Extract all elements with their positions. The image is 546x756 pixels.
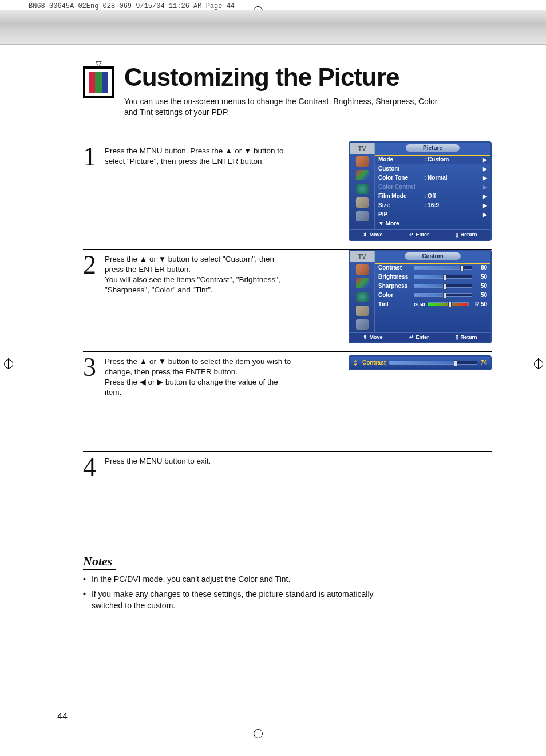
slider-value: 74 [481, 359, 487, 366]
note-item: If you make any changes to these setting… [83, 588, 403, 612]
osd-slider-row: Brightness50 [375, 272, 490, 282]
osd-menu-row: PIP▶ [375, 210, 490, 219]
osd-side-icon [356, 306, 369, 316]
osd-menu-row: Size: 16:9▶ [375, 201, 490, 210]
osd-title: Custom [405, 252, 460, 260]
step-text: Press the ▲ or ▼ button to select "Custo… [105, 253, 294, 343]
osd-hint-return: ▯ Return [456, 232, 477, 238]
step-number: 3 [83, 355, 99, 443]
osd-menu-row: Custom▶ [375, 164, 490, 173]
osd-hint-enter: ↵ Enter [409, 334, 429, 340]
osd-menu-row: Color Tone: Normal▶ [375, 173, 490, 183]
osd-menu-row: ▼ More [375, 219, 490, 228]
osd-hint-enter: ↵ Enter [409, 232, 429, 238]
osd-single-slider: ▲▼ Contrast 74 [349, 355, 492, 370]
osd-picture-menu: TV Picture Mode: Custom▶Custom▶Color Ton… [349, 141, 492, 241]
notes-heading: Notes [83, 554, 116, 570]
page-number: 44 [57, 711, 68, 722]
osd-tv-label: TV [350, 251, 375, 262]
osd-slider-row: Color50 [375, 291, 490, 300]
osd-side-icon [356, 278, 369, 288]
osd-hint-move: ⇕ Move [363, 334, 382, 340]
osd-hint-move: ⇕ Move [363, 232, 382, 238]
osd-menu-row: Color Control▶ [375, 183, 490, 192]
osd-side-icon [356, 211, 369, 221]
step-text: Press the MENU button. Press the ▲ or ▼ … [105, 145, 294, 241]
osd-slider-row: Contrast80 [375, 263, 490, 272]
osd-title: Picture [406, 144, 460, 152]
step-text: Press the ▲ or ▼ button to select the it… [105, 355, 294, 443]
slider-label: Contrast [362, 359, 386, 366]
tv-icon: ▽ [83, 66, 114, 98]
osd-slider-row: Sharpness50 [375, 282, 490, 291]
osd-tint-row: TintG 50R 50 [375, 300, 490, 309]
osd-menu-row: Film Mode: Off▶ [375, 192, 490, 201]
osd-side-icon [356, 184, 369, 194]
note-item: In the PC/DVI mode, you can't adjust the… [83, 573, 403, 585]
osd-side-icon [356, 264, 369, 275]
step-number: 2 [83, 253, 99, 343]
decorative-band [0, 10, 546, 45]
osd-hint-return: ▯ Return [456, 334, 477, 340]
osd-side-icon [356, 170, 369, 180]
intro-text: You can use the on-screen menus to chang… [124, 96, 445, 118]
step-number: 4 [83, 455, 99, 485]
page-title: Customizing the Picture [124, 63, 445, 92]
osd-side-icon [356, 156, 369, 167]
step-number: 1 [83, 145, 99, 241]
step-text: Press the MENU button to exit. [105, 455, 211, 485]
osd-side-icon [356, 292, 369, 302]
osd-side-icon [356, 197, 369, 208]
osd-tv-label: TV [350, 143, 375, 154]
osd-menu-row: Mode: Custom▶ [375, 155, 490, 164]
up-down-arrows-icon: ▲▼ [353, 359, 358, 367]
osd-custom-menu: TV Custom Contrast80Brightness50Sharpnes… [349, 250, 492, 343]
osd-side-icon [356, 319, 369, 330]
